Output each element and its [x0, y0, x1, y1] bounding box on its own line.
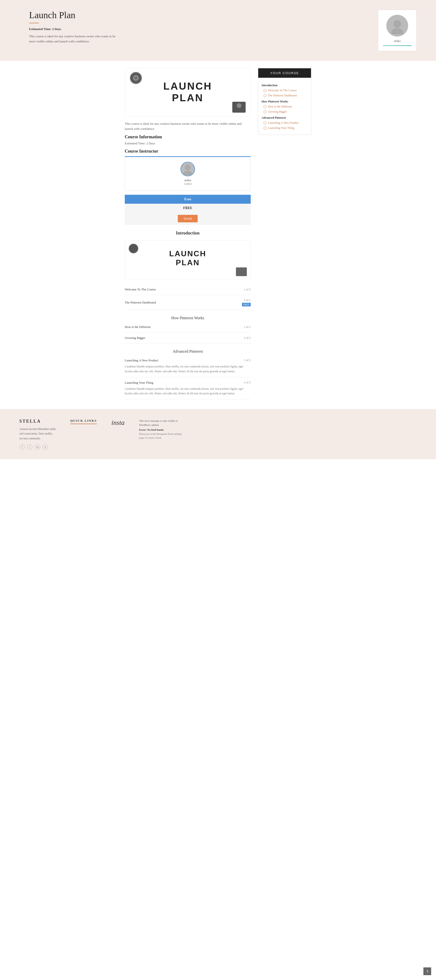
- section-group-title: How Pinterest Works: [125, 312, 251, 322]
- brand-name: STELLA: [19, 419, 56, 424]
- sidebar-link-text: The Pinterest Dashboard: [268, 94, 297, 97]
- camera-icon: [232, 102, 246, 113]
- insta-title: insta: [111, 419, 124, 426]
- sidebar-box: YOUR COURSE Introduction Welcome To The …: [258, 68, 311, 135]
- instagram-icon[interactable]: ig: [35, 444, 40, 450]
- twitter-icon[interactable]: t: [27, 444, 32, 450]
- price-amount: FREE: [125, 204, 251, 212]
- enroll-button[interactable]: Enroll: [178, 215, 197, 222]
- lesson-header: Launching A New Product 1 of 2: [125, 358, 251, 362]
- sidebar-link[interactable]: Launching A New Product: [262, 121, 308, 125]
- sidebar-section-intro: Introduction: [262, 84, 308, 87]
- footer-insta: insta: [111, 419, 124, 426]
- sidebar-link-text: How to Be Different: [268, 105, 292, 108]
- sidebar-link-text: Welcome To The Course: [268, 89, 297, 92]
- sidebar-section-how: How Pinterest Works: [262, 100, 308, 103]
- lesson-meta: 1 of 2: [244, 358, 251, 362]
- footer: STELLA Aenean lacinia bibendum nulla sed…: [0, 409, 436, 459]
- lesson-meta: 2 of 2: [244, 336, 251, 340]
- course-image-box: LAUNCH PLAN: [125, 68, 251, 116]
- instructor-name: anika: [185, 178, 191, 182]
- lesson-item: How to Be Different 1 of 2: [125, 322, 251, 332]
- price-free-bar: Free: [125, 195, 251, 204]
- sidebar-link-text: Growing Bigger: [268, 110, 287, 114]
- sidebar-column: YOUR COURSE Introduction Welcome To The …: [258, 68, 311, 402]
- hero-title: Launch Plan: [29, 10, 368, 20]
- lesson-item-with-desc: Launching A New Product 1 of 2 Curabitur…: [125, 355, 251, 377]
- footer-links: QUICK LINKS: [70, 419, 97, 426]
- instructor-box: anika Author: [125, 156, 251, 191]
- hero-underline: [383, 45, 412, 46]
- section-group-title: Advanced Pinterest: [125, 346, 251, 355]
- content-column: LAUNCH PLAN This course is ideal for any…: [125, 68, 251, 402]
- lesson-title: Welcome To The Course: [125, 288, 156, 291]
- brand-desc: Aenean lacinia bibendum nulla sed consec…: [19, 427, 56, 441]
- error-message: Error: No feed found.: [139, 428, 188, 432]
- sidebar-link[interactable]: Launching Your Thing: [262, 126, 308, 130]
- sidebar-content: Introduction Welcome To The Course The P…: [258, 78, 311, 135]
- svg-point-1: [391, 28, 403, 34]
- sidebar-link[interactable]: Growing Bigger: [262, 110, 308, 114]
- estimated-time: Estimated Time: 2 Days: [125, 141, 251, 146]
- section-group-how: How Pinterest Works How to Be Different …: [125, 312, 251, 344]
- course-info-heading: Course Information: [125, 134, 251, 140]
- lesson-title: Growing Bigger: [125, 336, 145, 340]
- hero-estimated: Estimated Time: 2 Days: [29, 27, 368, 31]
- compass-icon-small: [129, 243, 138, 253]
- price-box: Free FREE Enroll: [125, 195, 251, 225]
- lesson-item-with-desc: Launching Your Thing 2 of 2 Curabitur bl…: [125, 377, 251, 399]
- free-badge: FREE: [242, 303, 251, 306]
- lesson-meta: 1 of 2: [244, 325, 251, 329]
- footer-brand: STELLA Aenean lacinia bibendum nulla sed…: [19, 419, 56, 450]
- intro-image-box: LAUNCH PLAN: [125, 240, 251, 279]
- avatar: [386, 15, 408, 37]
- circle-icon: [264, 89, 266, 92]
- enroll-row: Enroll: [125, 212, 251, 225]
- section-group-intro: Welcome To The Course 1 of 2 The Pintere…: [125, 284, 251, 310]
- sidebar-link[interactable]: Welcome To The Course: [262, 89, 308, 92]
- lesson-item: Growing Bigger 2 of 2: [125, 332, 251, 344]
- hero-description: This course is ideal for any creative bu…: [29, 34, 121, 44]
- circle-icon: [264, 94, 266, 97]
- hero-divider: [29, 23, 39, 23]
- lesson-title: How to Be Different: [125, 325, 151, 329]
- svg-point-2: [185, 165, 190, 170]
- hero-section: Launch Plan Estimated Time: 2 Days This …: [0, 0, 436, 61]
- instructor-section: Course Instructor anika Author: [125, 149, 251, 191]
- sidebar-link-text: Launching Your Thing: [268, 126, 294, 130]
- lesson-meta: 1 of 2: [244, 288, 251, 291]
- lesson-title: Launching Your Thing: [125, 381, 153, 385]
- lesson-meta: 2 of 2 FREE: [242, 298, 251, 306]
- lesson-title: The Pinterest Dashboard: [125, 301, 156, 304]
- footer-links-title: QUICK LINKS: [70, 419, 97, 424]
- svg-point-3: [183, 171, 193, 175]
- lesson-header: Launching Your Thing 2 of 2: [125, 381, 251, 385]
- sidebar-header: YOUR COURSE: [258, 68, 311, 78]
- facebook-icon[interactable]: f: [19, 444, 25, 450]
- main-container: LAUNCH PLAN This course is ideal for any…: [0, 61, 436, 409]
- intro-title-text: LAUNCH PLAN: [169, 249, 206, 267]
- lesson-description: Curabitur blandit tempus porttitor. Duis…: [125, 364, 251, 374]
- error-detail: Please go to the Instagram Feed settings…: [139, 432, 188, 440]
- sidebar-section-advanced: Advanced Pinterest: [262, 116, 308, 120]
- instructor-avatar: [180, 162, 195, 177]
- compass-icon-top: [130, 72, 142, 84]
- lesson-item: Welcome To The Course 1 of 2: [125, 284, 251, 295]
- camera-icon-small: [236, 267, 247, 276]
- hero-username: anika: [394, 39, 401, 43]
- svg-point-0: [393, 20, 401, 28]
- instructor-heading: Course Instructor: [125, 149, 251, 154]
- course-desc: This course is ideal for any creative bu…: [125, 121, 251, 132]
- lesson-item: The Pinterest Dashboard 2 of 2 FREE: [125, 295, 251, 310]
- lesson-title: Launching A New Product: [125, 358, 158, 362]
- intro-heading: Introduction: [125, 231, 251, 235]
- lesson-description: Curabitur blandit tempus porttitor. Duis…: [125, 387, 251, 396]
- course-card-title: LAUNCH PLAN: [163, 80, 212, 103]
- intro-section: Introduction LAUNCH PLAN Welcome To The …: [125, 231, 251, 399]
- pinterest-icon[interactable]: p: [43, 444, 48, 450]
- circle-icon: [264, 122, 266, 124]
- circle-icon: [264, 110, 266, 113]
- sidebar-link[interactable]: The Pinterest Dashboard: [262, 94, 308, 97]
- sidebar-link-text: Launching A New Product: [268, 121, 299, 125]
- sidebar-link[interactable]: How to Be Different: [262, 105, 308, 108]
